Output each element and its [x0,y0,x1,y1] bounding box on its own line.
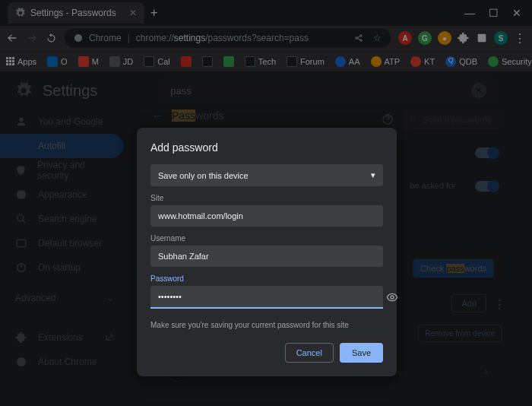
password-label: Password [150,274,383,283]
password-input[interactable] [150,286,383,309]
cancel-button[interactable]: Cancel [285,343,334,363]
add-password-modal: Add password Save only on this device ▾ … [137,128,397,376]
site-input[interactable] [150,205,383,227]
save-button[interactable]: Save [340,343,383,363]
username-input[interactable] [150,246,383,267]
show-password-icon[interactable] [386,291,398,306]
save-location-select[interactable]: Save only on this device ▾ [150,164,383,186]
dropdown-arrow-icon: ▾ [371,170,375,180]
site-label: Site [150,194,383,202]
help-text: Make sure you're saving your current pas… [150,321,383,329]
username-label: Username [150,234,383,243]
modal-title: Add password [150,141,383,154]
svg-point-11 [391,296,394,299]
